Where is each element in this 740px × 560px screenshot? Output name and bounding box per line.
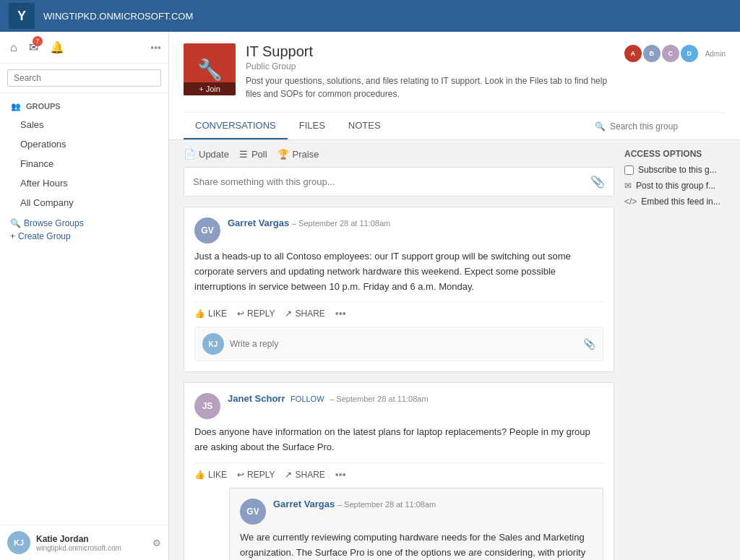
mail-button[interactable]: ✉ 7 [26, 38, 41, 57]
group-logo: 🔧 + Join [184, 43, 236, 95]
feed-area: 📄 Update ☰ Poll 🏆 Praise 📎 [184, 149, 614, 560]
subscribe-option[interactable]: Subscribe to this g... [624, 165, 726, 175]
sidebar: ⌂ ✉ 7 🔔 ••• 👥 GROUPS Sales Operations Fi… [0, 32, 169, 560]
post-footer-1: 👍 LIKE ↩ REPLY ↗ SHARE ••• [194, 301, 603, 319]
post-body-2: Does anyone have information on the late… [194, 425, 603, 455]
plus-icon: + [10, 231, 15, 241]
mail-icon: ✉ [624, 181, 632, 191]
sidebar-top: ⌂ ✉ 7 🔔 ••• [0, 32, 168, 64]
admin-label: Admin [705, 50, 726, 58]
tab-files[interactable]: FILES [288, 113, 337, 139]
nested-post-body-1: We are currently reviewing computing har… [240, 530, 593, 560]
post-timestamp-2: – September 28 at 11:08am [330, 395, 428, 403]
group-tabs: CONVERSATIONS FILES NOTES 🔍 [184, 112, 726, 139]
praise-button[interactable]: 🏆 Praise [278, 149, 319, 160]
group-description: Post your questions, solutions, and file… [246, 74, 617, 100]
topbar-logo: Y [9, 3, 35, 29]
nested-post-card-1: GV Garret Vargas – September 28 at 11:08… [229, 488, 603, 560]
post-author-2[interactable]: Janet Schorr [228, 393, 285, 404]
admin-avatar-2: B [642, 43, 662, 64]
user-settings-icon[interactable]: ⚙ [152, 538, 161, 548]
search-input[interactable] [7, 69, 161, 87]
more-action-2[interactable]: ••• [335, 469, 346, 481]
update-icon: 📄 [184, 149, 195, 160]
reply-composer-1: KJ 📎 [194, 327, 603, 361]
sidebar-item-sales[interactable]: Sales [0, 115, 168, 134]
notifications-button[interactable]: 🔔 [47, 38, 67, 57]
group-search-icon: 🔍 [595, 121, 606, 132]
browse-groups-link[interactable]: 🔍 Browse Groups [10, 218, 158, 228]
admin-avatar-4: D [679, 43, 700, 64]
tab-notes[interactable]: NOTES [337, 113, 392, 139]
sidebar-item-all-company[interactable]: All Company [0, 193, 168, 212]
sidebar-user: KJ Katie Jordan wingtipkd.onmicrosoft.co… [7, 531, 121, 554]
post-footer-2: 👍 LIKE ↩ REPLY ↗ SHARE ••• [194, 462, 603, 481]
group-search-container: 🔍 [588, 117, 726, 136]
create-group-link[interactable]: + Create Group [10, 231, 158, 241]
subscribe-label: Subscribe to this g... [638, 165, 717, 175]
sidebar-actions: 🔍 Browse Groups + Create Group [0, 212, 168, 247]
user-email: wingtipkd.onmicrosoft.com [36, 544, 121, 552]
sidebar-search-container [0, 64, 168, 93]
sidebar-bottom: KJ Katie Jordan wingtipkd.onmicrosoft.co… [0, 525, 168, 560]
nested-post-meta-1: Garret Vargas – September 28 at 11:08am [273, 499, 436, 509]
reply-action-2[interactable]: ↩ REPLY [237, 470, 275, 480]
reply-input-1[interactable] [230, 339, 577, 349]
group-info: IT Support Public Group Post your questi… [246, 43, 617, 100]
like-action-2[interactable]: 👍 LIKE [194, 470, 227, 480]
embed-label: Embed this feed in... [641, 197, 720, 207]
post-avatar-2: JS [194, 393, 220, 419]
post-author-1[interactable]: Garret Vargas [228, 217, 289, 228]
reply-attach-icon-1[interactable]: 📎 [583, 338, 595, 350]
group-admins: A B C D Admin [627, 43, 726, 64]
nested-post-1: GV Garret Vargas – September 28 at 11:08… [229, 488, 603, 560]
admin-avatar-1: A [623, 43, 643, 64]
home-button[interactable]: ⌂ [7, 38, 20, 57]
group-logo-icon: 🔧 [197, 58, 223, 82]
update-button[interactable]: 📄 Update [184, 149, 229, 160]
post-option[interactable]: ✉ Post to this group f... [624, 181, 726, 191]
post-card-1: GV Garret Vargas – September 28 at 11:08… [184, 207, 614, 372]
sidebar-item-finance[interactable]: Finance [0, 154, 168, 173]
sidebar-item-after-hours[interactable]: After Hours [0, 173, 168, 193]
group-name: IT Support [246, 43, 617, 60]
post-card-2: JS Janet Schorr FOLLOW – September 28 at… [184, 382, 614, 560]
post-type-actions: 📄 Update ☰ Poll 🏆 Praise [184, 149, 614, 160]
access-options-title: ACCESS OPTIONS [624, 149, 726, 159]
groups-section-label: 👥 GROUPS [0, 93, 168, 115]
post-body-1: Just a heads-up to all Contoso employees… [194, 249, 603, 294]
more-action-1[interactable]: ••• [335, 308, 346, 319]
nested-post-header-1: GV Garret Vargas – September 28 at 11:08… [240, 499, 593, 525]
nested-post-timestamp-1: – September 28 at 11:08am [337, 500, 436, 509]
nested-post-author-1[interactable]: Garret Vargas [273, 499, 335, 509]
reply-avatar-1: KJ [202, 333, 224, 355]
join-button[interactable]: + Join [184, 82, 236, 95]
right-panel: ACCESS OPTIONS Subscribe to this g... ✉ … [624, 149, 726, 560]
share-action-1[interactable]: ↗ SHARE [285, 309, 324, 319]
reply-action-1[interactable]: ↩ REPLY [237, 309, 275, 319]
attach-icon[interactable]: 📎 [590, 175, 605, 189]
post-timestamp-1: – September 28 at 11:08am [292, 219, 390, 228]
follow-button-2[interactable]: FOLLOW [288, 395, 327, 403]
subscribe-checkbox[interactable] [624, 165, 634, 175]
post-header-1: GV Garret Vargas – September 28 at 11:08… [194, 217, 603, 244]
post-avatar-1: GV [194, 217, 220, 244]
post-header-2: JS Janet Schorr FOLLOW – September 28 at… [194, 393, 603, 419]
group-search-input[interactable] [610, 121, 718, 132]
mail-badge: 7 [33, 36, 43, 46]
compose-input[interactable] [193, 176, 590, 187]
share-action-2[interactable]: ↗ SHARE [285, 470, 324, 480]
praise-icon: 🏆 [278, 149, 289, 160]
user-name: Katie Jordan [36, 534, 121, 544]
post-meta-1: Garret Vargas – September 28 at 11:08am [228, 217, 390, 228]
like-action-1[interactable]: 👍 LIKE [194, 309, 227, 319]
poll-button[interactable]: ☰ Poll [239, 149, 267, 160]
search-icon: 🔍 [10, 218, 21, 228]
more-button[interactable]: ••• [150, 42, 161, 53]
sidebar-item-operations[interactable]: Operations [0, 134, 168, 154]
tab-conversations[interactable]: CONVERSATIONS [184, 113, 288, 139]
embed-option[interactable]: </> Embed this feed in... [624, 197, 726, 207]
topbar: Y WINGTIPKD.ONMICROSOFT.COM [0, 0, 740, 32]
groups-icon: 👥 [10, 100, 22, 112]
topbar-domain: WINGTIPKD.ONMICROSOFT.COM [43, 11, 193, 22]
